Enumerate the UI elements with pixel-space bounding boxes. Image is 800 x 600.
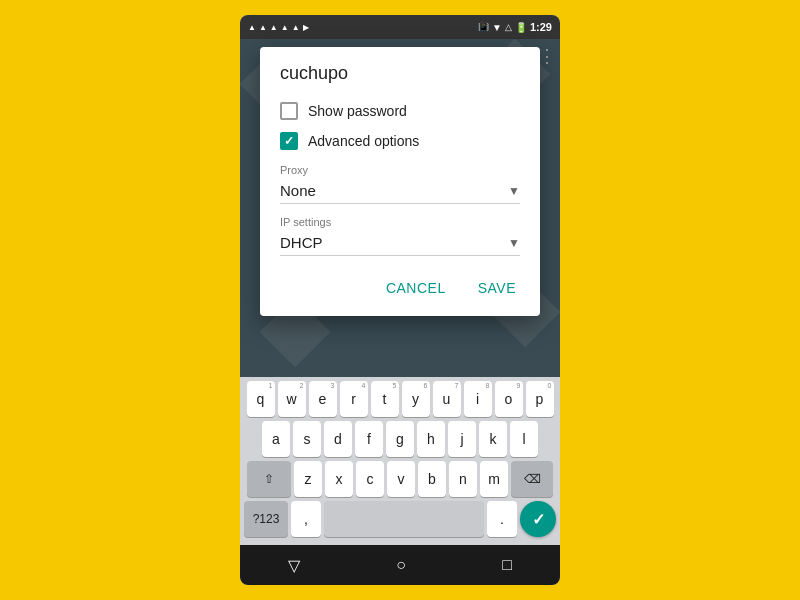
comma-key[interactable]: , xyxy=(291,501,321,537)
key-x[interactable]: x xyxy=(325,461,353,497)
key-c[interactable]: c xyxy=(356,461,384,497)
signal-icon: △ xyxy=(505,22,512,32)
proxy-value: None xyxy=(280,182,316,199)
notification-icon-1: ▲ xyxy=(248,23,256,32)
key-e[interactable]: 3e xyxy=(309,381,337,417)
show-password-label: Show password xyxy=(308,103,407,119)
status-icons-left: ▲ ▲ ▲ ▲ ▲ ▶ xyxy=(248,23,309,32)
key-o[interactable]: 9o xyxy=(495,381,523,417)
advanced-options-checkbox[interactable] xyxy=(280,132,298,150)
ip-settings-section: IP settings DHCP ▼ xyxy=(260,208,540,260)
keyboard-row-bottom: ?123 , . ✓ xyxy=(242,501,558,537)
cancel-button[interactable]: CANCEL xyxy=(374,272,458,304)
notification-icon-4: ▲ xyxy=(281,23,289,32)
enter-icon: ✓ xyxy=(532,510,545,529)
show-password-row[interactable]: Show password xyxy=(260,96,540,126)
key-g[interactable]: g xyxy=(386,421,414,457)
save-button[interactable]: SAVE xyxy=(466,272,528,304)
key-m[interactable]: m xyxy=(480,461,508,497)
key-v[interactable]: v xyxy=(387,461,415,497)
keyboard: 1q 2w 3e 4r 5t 6y 7u 8i 9o 0p a s d f g … xyxy=(240,377,560,545)
proxy-dropdown[interactable]: None ▼ xyxy=(280,178,520,204)
key-l[interactable]: l xyxy=(510,421,538,457)
key-q[interactable]: 1q xyxy=(247,381,275,417)
ip-settings-label: IP settings xyxy=(280,216,520,228)
proxy-label: Proxy xyxy=(280,164,520,176)
key-s[interactable]: s xyxy=(293,421,321,457)
proxy-section: Proxy None ▼ xyxy=(260,156,540,208)
ip-settings-value: DHCP xyxy=(280,234,323,251)
keyboard-row-2: a s d f g h j k l xyxy=(242,421,558,457)
show-password-checkbox[interactable] xyxy=(280,102,298,120)
key-u[interactable]: 7u xyxy=(433,381,461,417)
enter-key[interactable]: ✓ xyxy=(520,501,556,537)
key-w[interactable]: 2w xyxy=(278,381,306,417)
space-key[interactable] xyxy=(324,501,484,537)
advanced-options-row[interactable]: Advanced options xyxy=(260,126,540,156)
key-n[interactable]: n xyxy=(449,461,477,497)
notification-icon-3: ▲ xyxy=(270,23,278,32)
key-j[interactable]: j xyxy=(448,421,476,457)
status-time: 1:29 xyxy=(530,21,552,33)
key-d[interactable]: d xyxy=(324,421,352,457)
wifi-icon: ▼ xyxy=(492,22,502,33)
app-background: ⋮ cuchupo Show password Advanced options xyxy=(240,39,560,377)
dialog-title: cuchupo xyxy=(260,63,540,96)
play-icon: ▶ xyxy=(303,23,309,32)
keyboard-row-1: 1q 2w 3e 4r 5t 6y 7u 8i 9o 0p xyxy=(242,381,558,417)
recents-button[interactable]: □ xyxy=(482,548,532,582)
dialog-buttons: CANCEL SAVE xyxy=(260,260,540,308)
phone-frame: ▲ ▲ ▲ ▲ ▲ ▶ 📳 ▼ △ 🔋 1:29 ⋮ xyxy=(240,15,560,585)
key-y[interactable]: 6y xyxy=(402,381,430,417)
num-key[interactable]: ?123 xyxy=(244,501,288,537)
key-r[interactable]: 4r xyxy=(340,381,368,417)
key-z[interactable]: z xyxy=(294,461,322,497)
nav-bar: ▽ ○ □ xyxy=(240,545,560,585)
status-bar: ▲ ▲ ▲ ▲ ▲ ▶ 📳 ▼ △ 🔋 1:29 xyxy=(240,15,560,39)
notification-icon-5: ▲ xyxy=(292,23,300,32)
proxy-chevron-icon: ▼ xyxy=(508,184,520,198)
delete-key[interactable]: ⌫ xyxy=(511,461,553,497)
back-button[interactable]: ▽ xyxy=(268,548,320,583)
vibrate-icon: 📳 xyxy=(478,22,489,32)
key-p[interactable]: 0p xyxy=(526,381,554,417)
key-f[interactable]: f xyxy=(355,421,383,457)
advanced-options-label: Advanced options xyxy=(308,133,419,149)
notification-icon-2: ▲ xyxy=(259,23,267,32)
key-k[interactable]: k xyxy=(479,421,507,457)
home-button[interactable]: ○ xyxy=(376,548,426,582)
wifi-dialog: cuchupo Show password Advanced options P… xyxy=(260,47,540,316)
key-a[interactable]: a xyxy=(262,421,290,457)
keyboard-row-3: ⇧ z x c v b n m ⌫ xyxy=(242,461,558,497)
shift-key[interactable]: ⇧ xyxy=(247,461,291,497)
battery-icon: 🔋 xyxy=(515,22,527,33)
ip-settings-dropdown[interactable]: DHCP ▼ xyxy=(280,230,520,256)
ip-settings-chevron-icon: ▼ xyxy=(508,236,520,250)
key-b[interactable]: b xyxy=(418,461,446,497)
period-key[interactable]: . xyxy=(487,501,517,537)
status-icons-right: 📳 ▼ △ 🔋 1:29 xyxy=(478,21,552,33)
key-t[interactable]: 5t xyxy=(371,381,399,417)
key-h[interactable]: h xyxy=(417,421,445,457)
dialog-overlay: cuchupo Show password Advanced options P… xyxy=(240,39,560,377)
key-i[interactable]: 8i xyxy=(464,381,492,417)
